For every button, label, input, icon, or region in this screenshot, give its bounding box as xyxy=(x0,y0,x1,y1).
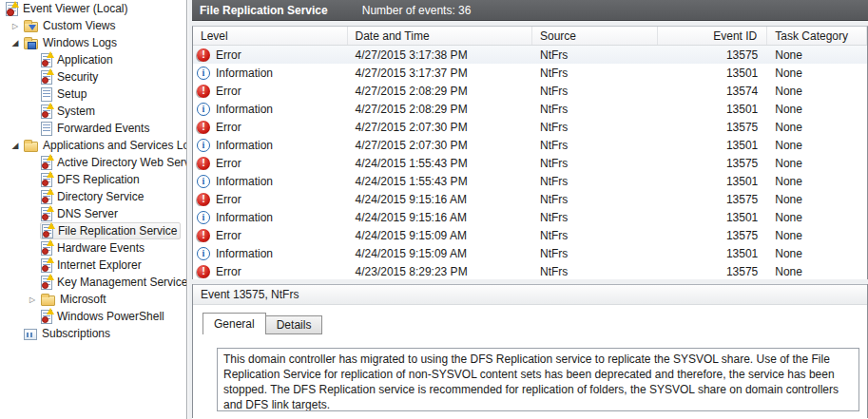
cell-level: Information xyxy=(216,103,273,116)
cell-level: Information xyxy=(216,211,273,224)
tree-item-dfs-replication[interactable]: DFS Replication xyxy=(0,171,186,188)
cell-level: Error xyxy=(216,48,241,62)
column-header-task-category[interactable]: Task Category xyxy=(767,27,867,45)
tree-item-custom-views[interactable]: ▷Custom Views xyxy=(0,17,186,34)
tree-item-windows-logs[interactable]: ◢Windows Logs xyxy=(0,34,186,51)
tab-general[interactable]: General xyxy=(203,313,266,334)
column-header-date-and-time[interactable]: Date and Time xyxy=(348,27,532,45)
cell-task-category: None xyxy=(767,121,867,134)
tree-item-event-viewer-local-[interactable]: Event Viewer (Local) xyxy=(0,0,186,17)
cell-source: NtFrs xyxy=(532,85,658,98)
cell-task-category: None xyxy=(767,157,867,170)
preview-pane-title: Event 13575, NtFrs xyxy=(193,284,867,305)
log-alert-icon xyxy=(41,105,52,119)
error-icon xyxy=(197,229,210,242)
tree-item-directory-service[interactable]: Directory Service xyxy=(0,188,186,205)
event-row[interactable]: Error4/24/2015 9:15:16 AMNtFrs13575None xyxy=(193,190,867,208)
tree-item-label: DNS Server xyxy=(57,207,118,220)
tree-item-hardware-events[interactable]: Hardware Events xyxy=(0,239,186,257)
expander-collapsed-icon[interactable]: ▷ xyxy=(8,22,23,30)
cell-event-id: 13501 xyxy=(658,211,768,224)
log-alert-icon xyxy=(41,276,52,290)
error-icon xyxy=(197,48,210,62)
log-alert-icon xyxy=(41,53,52,67)
tree-item-application[interactable]: Application xyxy=(0,51,186,68)
cell-level: Error xyxy=(216,85,241,98)
preview-body: This domain controller has migrated to u… xyxy=(193,334,867,411)
tab-details[interactable]: Details xyxy=(266,315,323,334)
information-icon xyxy=(197,175,210,188)
column-header-source[interactable]: Source xyxy=(532,27,658,45)
expander-collapsed-icon[interactable]: ▷ xyxy=(25,295,40,304)
cell-task-category: None xyxy=(767,193,867,206)
cell-date-and-time: 4/27/2015 3:17:37 PM xyxy=(348,67,532,80)
expander-expanded-icon[interactable]: ◢ xyxy=(8,38,23,48)
event-row[interactable]: Error4/24/2015 9:15:09 AMNtFrs13575None xyxy=(193,226,867,244)
cell-level: Information xyxy=(216,139,273,152)
subscriptions-icon xyxy=(24,329,37,340)
event-row[interactable]: Error4/27/2015 3:17:38 PMNtFrs13575None xyxy=(193,46,867,64)
tree-item-label: Forwarded Events xyxy=(57,122,149,135)
cell-date-and-time: 4/27/2015 3:17:38 PM xyxy=(348,48,532,62)
event-row[interactable]: Information4/27/2015 2:07:30 PMNtFrs1350… xyxy=(193,136,867,154)
cell-source: NtFrs xyxy=(532,157,658,170)
event-list: Level Date and Time Source Event ID Task… xyxy=(192,26,868,279)
cell-event-id: 13575 xyxy=(658,229,768,242)
log-alert-icon xyxy=(41,258,52,273)
tree-item-internet-explorer[interactable]: Internet Explorer xyxy=(0,257,186,274)
tree-item-label: Directory Service xyxy=(57,190,144,203)
event-row[interactable]: Information4/27/2015 2:08:29 PMNtFrs1350… xyxy=(193,100,867,118)
information-icon xyxy=(197,139,210,152)
error-icon xyxy=(197,85,210,98)
cell-task-category: None xyxy=(767,103,867,116)
information-icon xyxy=(197,103,210,116)
tree-item-label: Setup xyxy=(57,87,87,101)
cell-event-id: 13575 xyxy=(658,157,768,170)
tree-item-system[interactable]: System xyxy=(0,103,186,120)
tree-item-subscriptions[interactable]: Subscriptions xyxy=(0,325,186,342)
log-alert-icon xyxy=(41,173,52,187)
cell-source: NtFrs xyxy=(532,103,658,116)
event-row[interactable]: Information4/27/2015 3:17:37 PMNtFrs1350… xyxy=(193,64,867,82)
log-alert-icon xyxy=(41,310,52,324)
cell-task-category: None xyxy=(767,247,867,260)
column-header-level[interactable]: Level xyxy=(193,27,348,45)
tree-item-label: DFS Replication xyxy=(57,173,140,186)
event-row[interactable]: Error4/27/2015 2:07:30 PMNtFrs13575None xyxy=(193,118,867,136)
event-row[interactable]: Information4/24/2015 9:15:09 AMNtFrs1350… xyxy=(193,244,867,262)
tree-item-setup[interactable]: Setup xyxy=(0,86,186,103)
cell-date-and-time: 4/24/2015 9:15:09 AM xyxy=(348,247,532,260)
event-row[interactable]: Error4/27/2015 2:08:29 PMNtFrs13574None xyxy=(193,82,867,100)
tree-item-applications-and-services-logs[interactable]: ◢Applications and Services Logs xyxy=(0,137,186,154)
cell-source: NtFrs xyxy=(532,247,658,260)
column-header-event-id[interactable]: Event ID xyxy=(658,27,768,45)
log-plain-icon xyxy=(41,87,52,102)
event-row[interactable]: Information4/24/2015 1:55:43 PMNtFrs1350… xyxy=(193,172,867,190)
event-row[interactable]: Error4/23/2015 8:29:23 PMNtFrs13575None xyxy=(193,262,867,280)
cell-level: Error xyxy=(216,229,241,242)
cell-date-and-time: 4/24/2015 9:15:09 AM xyxy=(348,229,532,242)
expander-expanded-icon[interactable]: ◢ xyxy=(8,141,23,150)
event-viewer-icon xyxy=(6,2,18,16)
tree-item-label: File Replication Service xyxy=(58,224,177,238)
cell-task-category: None xyxy=(767,67,867,80)
cell-event-id: 13501 xyxy=(658,67,768,80)
tree-item-label: Windows PowerShell xyxy=(57,310,164,323)
cell-task-category: None xyxy=(767,139,867,152)
tree-item-forwarded-events[interactable]: Forwarded Events xyxy=(0,120,186,137)
event-row[interactable]: Error4/24/2015 1:55:43 PMNtFrs13575None xyxy=(193,154,867,172)
tree-item-security[interactable]: Security xyxy=(0,68,186,86)
cell-date-and-time: 4/27/2015 2:07:30 PM xyxy=(348,121,532,134)
cell-date-and-time: 4/23/2015 8:29:23 PM xyxy=(348,265,532,278)
cell-date-and-time: 4/24/2015 9:15:16 AM xyxy=(348,193,532,206)
event-viewer-window: Event Viewer (Local)▷Custom Views◢Window… xyxy=(0,0,868,419)
tree-item-windows-powershell[interactable]: Windows PowerShell xyxy=(0,308,186,325)
event-row[interactable]: Information4/24/2015 9:15:16 AMNtFrs1350… xyxy=(193,208,867,226)
log-title: File Replication Service xyxy=(200,4,328,17)
tree-item-file-replication-service[interactable]: File Replication Service xyxy=(0,222,186,239)
tree-item-label: System xyxy=(57,105,95,118)
tree-item-dns-server[interactable]: DNS Server xyxy=(0,205,186,222)
tree-item-active-directory-web-services[interactable]: Active Directory Web Services xyxy=(0,154,186,171)
tree-item-key-management-service[interactable]: Key Management Service xyxy=(0,274,186,291)
tree-item-microsoft[interactable]: ▷Microsoft xyxy=(0,291,186,308)
